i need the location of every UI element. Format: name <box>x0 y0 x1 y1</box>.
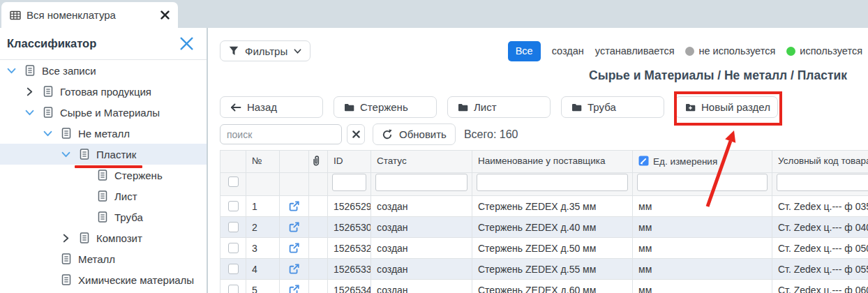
name-filter-input[interactable] <box>477 174 628 191</box>
column-label: Ед. измерения <box>653 156 717 167</box>
table-row[interactable]: 1 1526529 создан Стержень ZEDEX д.35 мм … <box>220 196 868 217</box>
row-checkbox[interactable] <box>228 264 239 274</box>
button-label: Назад <box>247 101 277 113</box>
id-filter-input[interactable] <box>332 174 366 191</box>
column-header-id: ID <box>328 151 371 173</box>
document-icon <box>98 190 114 202</box>
status-legend-ustanavlivaetsya[interactable]: устанавливается <box>595 45 675 57</box>
tree-item-syrye-i-materialy[interactable]: Сырье и Материалы <box>0 102 207 123</box>
cell-code: Ст. Zedex ц.--- ф 040 <box>772 217 868 238</box>
row-checkbox[interactable] <box>228 201 239 211</box>
cell-status: создан <box>371 259 472 280</box>
attachment-cell <box>309 280 328 293</box>
status-label: создан <box>552 45 584 57</box>
back-button[interactable]: Назад <box>220 96 323 118</box>
external-link-icon[interactable] <box>280 243 308 253</box>
chevron-down-icon[interactable] <box>7 66 25 75</box>
search-input[interactable] <box>220 124 342 144</box>
table-row[interactable]: 2 1526530 создан Стержень ZEDEX д.40 мм … <box>220 217 868 238</box>
document-icon <box>98 170 114 181</box>
row-number: 3 <box>246 238 280 259</box>
button-label: Труба <box>588 101 616 113</box>
table-row[interactable]: 5 1526534 создан Стержень ZEDEX д.60 мм … <box>220 280 868 293</box>
tree-item-list[interactable]: Лист <box>0 186 207 206</box>
status-legend: Все создан устанавливается не использует… <box>508 41 862 61</box>
filter-cell-num <box>246 173 280 196</box>
section-button-sterzhen[interactable]: Стержень <box>334 96 437 118</box>
external-link-icon[interactable] <box>280 222 308 232</box>
tree-item-vse-zapisi[interactable]: Все записи <box>0 60 207 81</box>
tree-item-metall[interactable]: Металл <box>0 248 207 269</box>
tab-all-nomenclature[interactable]: Вся номенклатура <box>1 2 178 28</box>
button-label: Лист <box>474 101 497 113</box>
tree-item-label: Не металл <box>78 128 130 140</box>
new-section-button[interactable]: Новый раздел <box>675 96 778 118</box>
status-filter-input[interactable] <box>375 174 467 191</box>
status-legend-ne-ispolzuetsya[interactable]: не используется <box>685 45 775 57</box>
section-button-list[interactable]: Лист <box>447 96 551 118</box>
tab-bar: Вся номенклатура <box>0 0 868 28</box>
status-legend-sozdan[interactable]: создан <box>552 45 584 57</box>
chevron-right-icon[interactable] <box>61 234 80 243</box>
chevron-down-icon[interactable] <box>43 129 61 138</box>
document-icon <box>80 149 96 160</box>
filter-cell-code <box>772 173 868 196</box>
row-checkbox[interactable] <box>228 222 239 232</box>
button-label: Обновить <box>399 128 447 140</box>
tree-item-ne-metall[interactable]: Не металл <box>0 123 207 144</box>
document-icon <box>25 65 42 76</box>
row-number: 2 <box>246 217 280 238</box>
cell-status: создан <box>371 217 472 238</box>
unit-filter-input[interactable] <box>637 174 768 191</box>
sidebar-close-icon[interactable] <box>179 36 194 51</box>
annotation-red-underline <box>75 165 142 168</box>
table-row[interactable]: 4 1526533 создан Стержень ZEDEX д.55 мм … <box>220 259 868 280</box>
tree-item-plastik-selected[interactable]: Пластик <box>0 144 207 165</box>
filter-cell-unit <box>633 173 772 196</box>
cell-unit: мм <box>633 196 772 217</box>
chevron-down-icon[interactable] <box>61 150 80 159</box>
row-number: 5 <box>246 280 280 293</box>
cell-id: 1526532 <box>328 238 371 259</box>
filters-label: Фильтры <box>245 45 287 57</box>
refresh-button[interactable]: Обновить <box>373 123 456 145</box>
external-link-icon[interactable] <box>280 285 308 293</box>
table-row[interactable]: 3 1526532 создан Стержень ZEDEX д.50 мм … <box>220 238 868 259</box>
cell-code: Ст. Zedex ц.--- ф 060 <box>772 280 868 293</box>
cell-id: 1526529 <box>328 196 371 217</box>
section-button-truba[interactable]: Труба <box>561 96 664 118</box>
cell-id: 1526533 <box>328 259 371 280</box>
section-buttons-row: Назад Стержень Лист Труба Новый раздел <box>220 96 778 118</box>
chevron-down-icon[interactable] <box>25 108 43 117</box>
document-icon <box>61 253 78 264</box>
clear-search-button[interactable] <box>347 124 365 144</box>
tree-item-khimicheskie-materialy[interactable]: Химические материалы <box>0 269 207 290</box>
select-all-checkbox[interactable] <box>228 176 239 187</box>
status-legend-ispolzuetsya[interactable]: используется <box>786 45 862 57</box>
filter-cell-select <box>220 173 246 196</box>
tab-close-icon[interactable] <box>160 10 170 20</box>
edit-pencil-square-icon[interactable] <box>638 156 649 166</box>
tree-item-gotovaya-produkciya[interactable]: Готовая продукция <box>0 81 207 102</box>
external-link-icon[interactable] <box>280 264 308 274</box>
document-icon <box>61 274 78 285</box>
filter-cell-status <box>371 173 472 196</box>
folder-icon <box>344 103 354 112</box>
classifier-tree: Все записи Готовая продукция Сырье и Мат… <box>0 60 207 290</box>
chevron-right-icon[interactable] <box>25 87 43 96</box>
filters-button[interactable]: Фильтры <box>220 40 310 61</box>
tree-item-kompozit[interactable]: Композит <box>0 227 207 248</box>
cell-status: создан <box>371 238 472 259</box>
row-checkbox[interactable] <box>228 285 239 293</box>
cell-code: Ст. Zedex ц.--- ф 035 <box>772 196 868 217</box>
sidebar-header: Классификатор <box>0 28 207 60</box>
row-checkbox[interactable] <box>228 243 239 253</box>
total-count: Всего: 160 <box>464 128 518 141</box>
status-filter-all-button[interactable]: Все <box>508 41 541 61</box>
external-link-icon[interactable] <box>280 201 308 211</box>
tree-item-truba[interactable]: Труба <box>0 206 207 227</box>
cell-name: Стержень ZEDEX д.35 мм <box>472 196 633 217</box>
sidebar-divider <box>207 28 208 293</box>
column-header-status: Статус <box>371 151 472 173</box>
code-filter-input[interactable] <box>777 174 868 191</box>
